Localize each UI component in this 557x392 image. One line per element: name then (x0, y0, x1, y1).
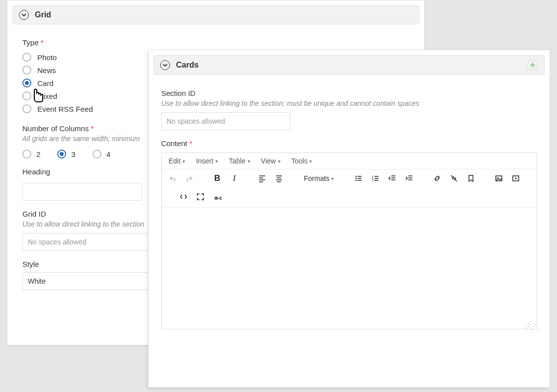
infinity-icon[interactable] (212, 193, 222, 203)
collapse-icon[interactable] (160, 60, 170, 70)
unlink-icon[interactable] (449, 173, 459, 183)
resize-grip-icon[interactable]: ⋰⋰⋰ (526, 322, 536, 328)
caret-down-icon: ▾ (309, 158, 312, 164)
undo-icon[interactable] (168, 173, 178, 183)
indent-icon[interactable] (404, 173, 414, 183)
formats-dropdown[interactable]: Formats▾ (302, 174, 336, 182)
radio-icon (22, 53, 31, 62)
heading-input[interactable] (22, 183, 142, 201)
menu-view[interactable]: View▾ (261, 157, 280, 165)
sectionid-hint: Use to allow direct linking to the secti… (161, 99, 537, 107)
editor-toolbar: B I Formats▾ 123 (162, 169, 537, 208)
grid-panel-header[interactable]: Grid (12, 5, 419, 24)
cards-panel-header[interactable]: Cards (154, 55, 545, 75)
radio-selected-icon (22, 78, 31, 87)
svg-point-2 (356, 180, 357, 181)
fullscreen-icon[interactable] (195, 192, 205, 202)
cards-panel: Cards Section ID Use to allow direct lin… (148, 50, 550, 388)
align-left-icon[interactable] (257, 173, 267, 183)
editor-textarea[interactable] (162, 208, 537, 329)
collapse-icon[interactable] (19, 10, 29, 20)
menu-table[interactable]: Table▾ (229, 157, 250, 165)
menu-tools[interactable]: Tools▾ (291, 157, 312, 165)
radio-icon (22, 66, 31, 75)
cols-option-4[interactable]: 4 (93, 150, 110, 158)
sectionid-label: Section ID (161, 89, 537, 97)
radio-icon (22, 150, 31, 158)
add-card-button[interactable] (527, 60, 538, 71)
link-icon[interactable] (432, 173, 442, 183)
radio-icon (93, 150, 101, 158)
radio-selected-icon (57, 150, 66, 158)
rich-text-editor: Edit▾ Insert▾ Table▾ View▾ Tools▾ B I (161, 153, 537, 329)
bookmark-icon[interactable] (466, 173, 476, 183)
cols-option-2[interactable]: 2 (22, 150, 40, 158)
style-select-value: White (28, 277, 46, 285)
caret-down-icon: ▾ (278, 158, 280, 164)
svg-point-0 (356, 176, 357, 177)
svg-point-1 (356, 178, 357, 179)
svg-text:3: 3 (372, 179, 373, 182)
editor-menubar: Edit▾ Insert▾ Table▾ View▾ Tools▾ (162, 153, 537, 169)
image-icon[interactable] (494, 173, 504, 183)
menu-insert[interactable]: Insert▾ (196, 157, 218, 165)
grid-panel-title: Grid (35, 10, 51, 19)
code-icon[interactable] (179, 192, 188, 202)
cards-panel-title: Cards (176, 61, 198, 70)
outdent-icon[interactable] (387, 173, 397, 183)
bullet-list-icon[interactable] (354, 173, 364, 183)
content-label: Content * (161, 139, 537, 148)
menu-edit[interactable]: Edit▾ (169, 157, 185, 165)
sectionid-input[interactable] (161, 112, 290, 130)
align-center-icon[interactable] (274, 173, 284, 183)
media-icon[interactable] (511, 173, 521, 183)
caret-down-icon: ▾ (183, 158, 185, 164)
italic-icon[interactable]: I (229, 173, 239, 183)
caret-down-icon: ▾ (215, 158, 218, 164)
bold-icon[interactable]: B (212, 173, 222, 183)
gridid-input[interactable] (22, 233, 152, 251)
numbered-list-icon[interactable]: 123 (371, 173, 380, 183)
type-label: Type * (22, 38, 409, 47)
cols-option-3[interactable]: 3 (57, 150, 75, 158)
radio-icon (22, 104, 31, 113)
caret-down-icon: ▾ (248, 158, 250, 164)
redo-icon[interactable] (185, 173, 194, 183)
radio-icon (22, 91, 31, 100)
caret-down-icon: ▾ (331, 176, 334, 181)
